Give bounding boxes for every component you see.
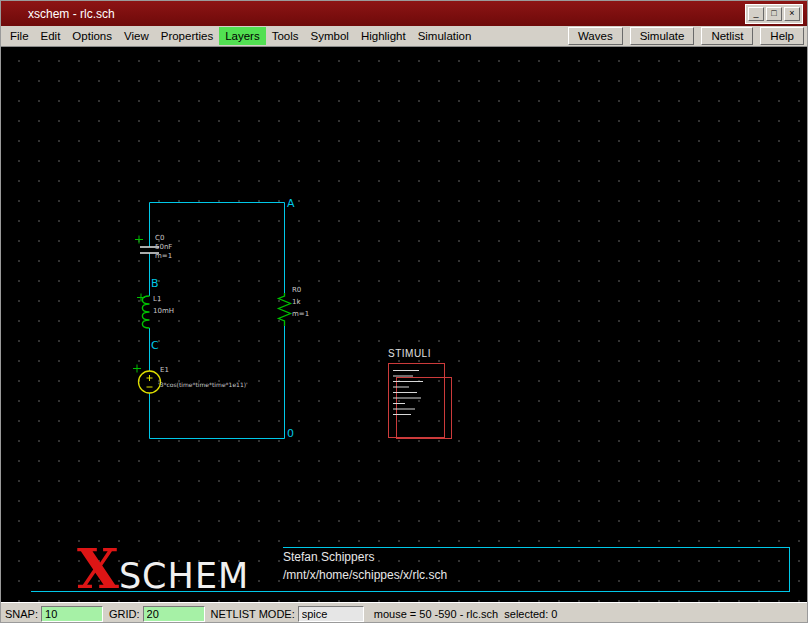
netlist-mode-input[interactable] (298, 606, 364, 622)
circuit-wires[interactable] (150, 203, 285, 439)
capacitor-ref: C0 (155, 235, 164, 242)
resistor-mult: m=1 (292, 311, 309, 318)
snap-label: SNAP: (5, 608, 38, 620)
menu-file[interactable]: File (4, 27, 35, 45)
netlist-mode-label: NETLIST MODE: (211, 608, 295, 620)
window-title: xschem - rlc.sch (28, 7, 115, 21)
logo-text: SCHEM (119, 559, 249, 594)
inductor-symbol[interactable] (142, 296, 149, 328)
menu-symbol[interactable]: Symbol (305, 27, 355, 45)
menu-highlight[interactable]: Highlight (355, 27, 412, 45)
node-label-a[interactable]: A (287, 197, 295, 210)
menu-tools[interactable]: Tools (266, 27, 305, 45)
menubar: File Edit Options View Properties Layers… (1, 26, 807, 47)
node-label-gnd[interactable]: 0 (287, 427, 294, 440)
inductor-value: 10mH (153, 308, 174, 315)
resistor-symbol[interactable] (279, 293, 291, 326)
mouse-status-text: mouse = 50 -590 - rlc.sch selected: 0 (374, 608, 558, 620)
logo-x: X (77, 542, 119, 596)
netlist-button[interactable]: Netlist (701, 27, 753, 45)
close-icon[interactable]: × (784, 7, 800, 21)
grid-input[interactable] (143, 606, 205, 622)
waves-button[interactable]: Waves (568, 27, 623, 45)
node-label-c[interactable]: C (151, 339, 159, 352)
schematic-canvas[interactable]: A B C 0 C0 50nF m=1 L1 10mH E1 '3*cos(ti… (1, 47, 808, 602)
source-value: '3*cos(time*time*time*1e11)' (158, 381, 248, 388)
window-titlebar: xschem - rlc.sch _ □ × (1, 1, 807, 26)
node-label-b[interactable]: B (151, 277, 159, 290)
stimuli-label[interactable]: STIMULI (388, 348, 431, 359)
resistor-ref: R0 (292, 287, 301, 294)
capacitor-mult: m=1 (155, 253, 172, 260)
simulate-button[interactable]: Simulate (630, 27, 695, 45)
grid-label: GRID: (109, 608, 140, 620)
maximize-icon[interactable]: □ (766, 7, 782, 21)
title-block-author: Stefan Schippers (283, 550, 374, 564)
stimuli-doc-icon[interactable] (389, 364, 452, 439)
window-controls: _ □ × (745, 4, 803, 24)
inductor-ref: L1 (153, 296, 161, 303)
title-block-path: /mnt/x/home/schippes/x/rlc.sch (283, 568, 447, 582)
plus-marks (133, 236, 145, 373)
snap-input[interactable] (41, 606, 103, 622)
capacitor-value: 50nF (155, 244, 172, 251)
xschem-logo: XSCHEM (77, 542, 249, 596)
help-button[interactable]: Help (760, 27, 804, 45)
menu-properties[interactable]: Properties (155, 27, 219, 45)
schematic-drawing (1, 47, 808, 602)
menu-view[interactable]: View (118, 27, 155, 45)
menu-options[interactable]: Options (66, 27, 118, 45)
menu-simulation[interactable]: Simulation (412, 27, 478, 45)
source-ref: E1 (160, 367, 169, 374)
statusbar: SNAP: GRID: NETLIST MODE: mouse = 50 -59… (1, 602, 807, 623)
xschem-window: xschem - rlc.sch _ □ × File Edit Options… (0, 0, 808, 623)
resistor-value: 1k (292, 299, 301, 306)
minimize-icon[interactable]: _ (748, 7, 764, 21)
menu-layers[interactable]: Layers (219, 27, 266, 45)
menu-edit[interactable]: Edit (35, 27, 67, 45)
